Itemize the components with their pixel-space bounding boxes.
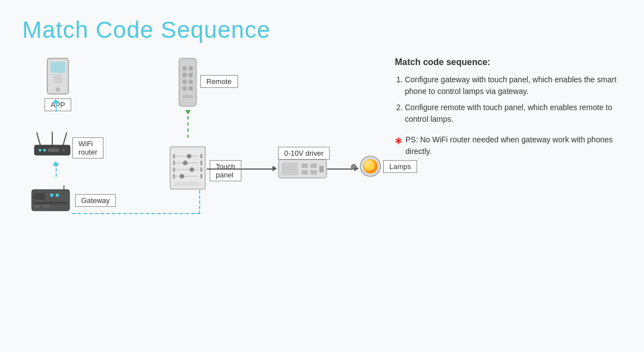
remote-icon bbox=[178, 57, 197, 107]
connector-dot bbox=[351, 164, 356, 170]
svg-line-9 bbox=[63, 132, 67, 146]
svg-rect-56 bbox=[310, 170, 317, 175]
touchpanel-icon bbox=[170, 146, 206, 190]
arrow-remote-to-touchpanel bbox=[187, 110, 189, 138]
svg-rect-48 bbox=[200, 167, 202, 172]
touchpanel-device: Touch panel bbox=[170, 146, 206, 190]
diagram-area: APP bbox=[22, 57, 378, 331]
svg-rect-23 bbox=[179, 58, 196, 106]
dashed-line-gateway-touchpanel bbox=[72, 213, 200, 214]
svg-point-41 bbox=[180, 174, 184, 179]
svg-point-12 bbox=[43, 149, 46, 152]
line-touchpanel-driver bbox=[207, 168, 274, 170]
wifi-router-label: WiFi router bbox=[72, 137, 103, 158]
svg-rect-43 bbox=[173, 161, 175, 165]
svg-rect-16 bbox=[32, 190, 70, 211]
router-icon bbox=[32, 130, 72, 157]
svg-point-29 bbox=[189, 80, 193, 84]
svg-point-28 bbox=[182, 80, 187, 84]
svg-point-35 bbox=[187, 154, 191, 158]
remote-device: Remote bbox=[178, 57, 197, 107]
touch-panel-label: Touch panel bbox=[210, 160, 241, 181]
svg-rect-50 bbox=[174, 182, 201, 186]
remote-label: Remote bbox=[200, 75, 238, 88]
line-driver-lamp bbox=[327, 168, 355, 170]
svg-rect-53 bbox=[301, 163, 308, 168]
step-2: Configure remote with touch panel, which… bbox=[405, 102, 622, 125]
gateway-label: Gateway bbox=[75, 194, 116, 207]
svg-rect-42 bbox=[173, 154, 175, 158]
svg-point-11 bbox=[39, 149, 42, 152]
lamps-label: Lamps bbox=[383, 160, 417, 173]
svg-rect-52 bbox=[281, 162, 298, 175]
svg-rect-21 bbox=[34, 205, 41, 207]
svg-rect-4 bbox=[53, 80, 62, 81]
lamp-device: Lamps bbox=[359, 155, 382, 178]
page-container: { "title": "Match Code Sequence", "right… bbox=[0, 0, 644, 352]
svg-rect-2 bbox=[53, 75, 62, 76]
phone-icon bbox=[46, 57, 70, 95]
svg-point-60 bbox=[367, 163, 374, 170]
svg-rect-14 bbox=[48, 148, 59, 152]
svg-point-26 bbox=[182, 73, 187, 77]
svg-point-37 bbox=[183, 161, 187, 165]
ps-star-icon: ✱ bbox=[395, 135, 402, 148]
svg-point-30 bbox=[182, 86, 187, 91]
svg-rect-55 bbox=[301, 170, 308, 175]
driver-device: 0-10V driver bbox=[278, 159, 327, 179]
svg-rect-17 bbox=[34, 193, 45, 200]
svg-point-18 bbox=[50, 194, 53, 197]
steps-list: Configure gateway with touch panel, whic… bbox=[405, 74, 622, 125]
svg-point-27 bbox=[189, 73, 193, 77]
svg-rect-3 bbox=[53, 77, 62, 78]
svg-rect-20 bbox=[34, 202, 67, 204]
lamp-icon bbox=[359, 155, 382, 178]
driver-icon bbox=[278, 159, 327, 179]
driver-label: 0-10V driver bbox=[278, 147, 330, 160]
ps-note: ✱ PS: No WiFi router needed when gateway… bbox=[395, 134, 622, 157]
step-1: Configure gateway with touch panel, whic… bbox=[405, 74, 622, 97]
svg-rect-49 bbox=[200, 174, 202, 179]
svg-point-13 bbox=[62, 149, 65, 151]
gateway-device: Gateway bbox=[31, 185, 72, 213]
svg-rect-45 bbox=[173, 174, 175, 179]
wifi-router-device: WiFi router bbox=[32, 130, 72, 157]
gateway-icon bbox=[31, 185, 72, 213]
ps-text: PS: No WiFi router needed when gateway w… bbox=[405, 134, 622, 157]
svg-rect-54 bbox=[310, 163, 317, 168]
svg-point-19 bbox=[56, 194, 59, 197]
content-area: APP bbox=[22, 57, 622, 331]
svg-rect-1 bbox=[51, 62, 65, 73]
svg-rect-47 bbox=[200, 161, 202, 165]
svg-rect-44 bbox=[173, 167, 175, 172]
svg-rect-57 bbox=[319, 166, 324, 172]
svg-line-7 bbox=[37, 132, 41, 146]
svg-point-6 bbox=[56, 87, 60, 92]
svg-point-31 bbox=[189, 86, 193, 91]
svg-rect-32 bbox=[182, 95, 193, 98]
text-area: Match code sequence: Configure gateway w… bbox=[378, 57, 622, 331]
right-panel-heading: Match code sequence: bbox=[395, 57, 622, 67]
svg-point-24 bbox=[182, 66, 187, 71]
svg-point-39 bbox=[190, 167, 194, 172]
page-title: Match Code Sequence bbox=[22, 17, 622, 43]
svg-rect-5 bbox=[53, 82, 62, 83]
svg-rect-22 bbox=[43, 205, 49, 207]
svg-rect-46 bbox=[200, 154, 202, 158]
svg-point-25 bbox=[189, 66, 193, 71]
